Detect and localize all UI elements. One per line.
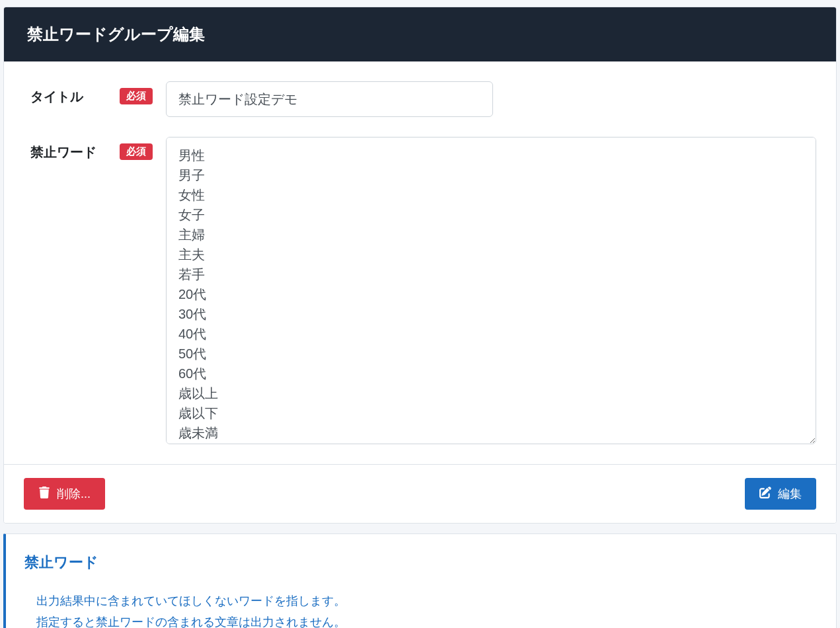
card-header: 禁止ワードグループ編集: [4, 7, 836, 61]
textarea-wrap: [166, 137, 816, 448]
edit-icon: [759, 487, 771, 502]
title-row: タイトル 必須: [30, 81, 816, 117]
card-body: タイトル 必須 禁止ワード 必須: [4, 61, 836, 464]
info-line-2: 指定すると禁止ワードの含まれる文章は出力されません。: [36, 612, 816, 629]
required-badge: 必須: [120, 143, 153, 160]
info-card: 禁止ワード 出力結果中に含まれていてほしくないワードを指します。 指定すると禁止…: [3, 533, 837, 628]
card-footer: 削除... 編集: [4, 464, 836, 523]
edit-button[interactable]: 編集: [745, 478, 816, 510]
words-row: 禁止ワード 必須: [30, 137, 816, 448]
delete-button[interactable]: 削除...: [24, 478, 105, 510]
title-input[interactable]: [166, 81, 493, 117]
info-title: 禁止ワード: [24, 553, 816, 572]
info-line-1: 出力結果中に含まれていてほしくないワードを指します。: [36, 591, 816, 612]
page-title: 禁止ワードグループ編集: [27, 25, 205, 43]
required-badge: 必須: [120, 88, 153, 104]
delete-button-label: 削除...: [57, 486, 91, 502]
edit-card: 禁止ワードグループ編集 タイトル 必須 禁止ワード 必須 削除... 編: [3, 7, 837, 524]
words-textarea[interactable]: [166, 137, 816, 444]
edit-button-label: 編集: [778, 486, 802, 502]
trash-icon: [38, 487, 50, 502]
words-label: 禁止ワード: [30, 137, 120, 161]
title-label: タイトル: [30, 81, 120, 106]
info-text: 出力結果中に含まれていてほしくないワードを指します。 指定すると禁止ワードの含ま…: [24, 591, 816, 628]
